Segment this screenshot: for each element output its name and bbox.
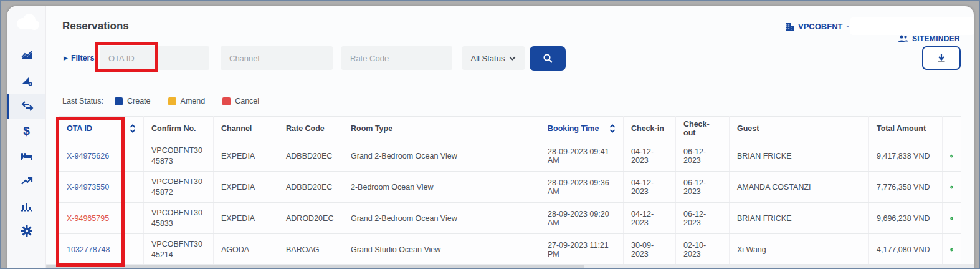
legend-amend-label: Amend	[181, 97, 206, 105]
col-header-booking-time[interactable]: Booking Time	[540, 117, 624, 140]
legend-label: Last Status:	[62, 97, 103, 105]
download-button[interactable]	[922, 46, 961, 70]
col-header-channel[interactable]: Channel	[214, 117, 278, 140]
rate-code-cell: ADROD20EC	[278, 203, 343, 234]
bed-icon	[21, 151, 33, 161]
check-circle-icon	[950, 181, 953, 193]
sidebar-item-settings[interactable]	[7, 218, 45, 243]
cloud-logo	[12, 10, 41, 32]
booking-time-cell: 28-09-2023 09:20 AM	[540, 203, 624, 234]
legend-item-cancel: Cancel	[222, 97, 259, 105]
flag-chart-icon	[21, 76, 33, 87]
cancel-color-swatch	[222, 97, 231, 105]
ota-id-link[interactable]: 1032778748	[67, 245, 110, 254]
sort-icon	[609, 124, 616, 133]
channel-cell: EXPEDIA	[214, 203, 278, 234]
confirm-no-cell: VPCOBFNT3045833	[144, 203, 214, 234]
sidebar-item-rooms[interactable]	[7, 144, 45, 169]
sidebar: $	[7, 6, 46, 269]
table-row: X-94975626 VPCOBFNT3045873 EXPEDIA ADBBD…	[59, 140, 961, 172]
scrollbar-thumb[interactable]	[46, 265, 584, 268]
confirm-no-cell: VPCOBFNT3045873	[144, 140, 214, 172]
col-header-ota-id[interactable]: OTA ID	[59, 117, 144, 140]
col-header-confirm-no[interactable]: Confirm No.	[144, 117, 214, 140]
guest-cell: AMANDA COSTANZI	[730, 172, 869, 203]
sidebar-item-rates[interactable]: $	[7, 119, 45, 144]
channel-input[interactable]	[221, 46, 333, 70]
app-window: $	[0, 0, 980, 269]
check-in-cell: 30-09-2023	[624, 234, 676, 265]
rate-code-input[interactable]	[341, 46, 452, 70]
horizontal-scrollbar[interactable]	[46, 264, 974, 269]
legend-cancel-label: Cancel	[235, 97, 259, 105]
legend-item-create: Create	[115, 97, 151, 105]
total-amount-cell: 9,417,838 VND	[869, 140, 943, 172]
create-color-swatch	[115, 97, 123, 105]
ota-id-link[interactable]: X-94973550	[67, 183, 109, 192]
sidebar-item-reports[interactable]	[7, 193, 45, 218]
check-in-cell: 04-12-2023	[624, 203, 676, 234]
people-icon	[898, 35, 908, 42]
download-icon	[936, 53, 946, 63]
reservations-table: OTA ID Confirm No. Channel Rate Code Roo…	[59, 116, 961, 265]
filters-label: Filters	[71, 54, 95, 62]
col-header-total-amount[interactable]: Total Amount	[869, 117, 943, 140]
confirm-no-cell: VPCOBFNT3045214	[144, 234, 214, 265]
ota-id-link[interactable]: X-94965795	[67, 214, 109, 223]
filters-toggle[interactable]: ▶ Filters	[64, 54, 94, 62]
chevron-down-icon	[509, 56, 516, 61]
gear-icon	[21, 225, 33, 237]
booking-time-cell: 28-09-2023 09:36 AM	[540, 172, 624, 203]
col-header-check-in[interactable]: Check-in	[624, 117, 676, 140]
booking-time-cell: 28-09-2023 09:41 AM	[540, 140, 624, 172]
ota-id-input[interactable]	[100, 46, 209, 70]
legend-create-label: Create	[127, 97, 151, 105]
search-button[interactable]	[530, 46, 566, 71]
rate-code-cell: ADBBD20EC	[278, 172, 343, 203]
check-out-cell: 06-12-2023	[676, 140, 730, 172]
status-dropdown[interactable]: All Status	[462, 46, 525, 70]
ota-id-header-label: OTA ID	[67, 124, 92, 133]
trend-line-icon	[21, 176, 33, 186]
filters-expand-icon: ▶	[64, 55, 68, 61]
property-code: VPCOBFNT	[798, 22, 843, 31]
ota-id-link[interactable]: X-94975626	[67, 152, 109, 160]
search-icon	[543, 53, 553, 64]
sidebar-item-insights[interactable]	[7, 69, 45, 94]
check-out-cell: 06-12-2023	[676, 203, 730, 234]
table-row: X-94965795 VPCOBFNT3045833 EXPEDIA ADROD…	[59, 203, 961, 234]
brand-label: SITEMINDER	[898, 34, 960, 43]
building-icon	[785, 22, 794, 31]
dollar-icon: $	[23, 124, 30, 138]
col-header-guest[interactable]: Guest	[730, 117, 869, 140]
brand-name: SITEMINDER	[912, 34, 960, 43]
amend-color-swatch	[168, 97, 176, 105]
page-title: Reservations	[62, 20, 129, 32]
col-header-status	[943, 117, 961, 140]
sidebar-item-dashboard[interactable]	[7, 44, 45, 69]
property-separator: -	[847, 22, 849, 31]
legend-item-amend: Amend	[168, 97, 206, 105]
col-header-room-type[interactable]: Room Type	[343, 117, 540, 140]
check-circle-icon	[950, 150, 953, 162]
sidebar-item-reservations[interactable]	[7, 94, 45, 119]
room-type-cell: Grand 2-Bedroom Ocean View	[343, 140, 540, 172]
rate-code-cell: ADBBD20EC	[278, 140, 343, 172]
check-out-cell: 06-12-2023	[676, 172, 730, 203]
col-header-rate-code[interactable]: Rate Code	[278, 117, 343, 140]
redacted-property-name	[850, 17, 974, 35]
room-type-cell: 2-Bedroom Ocean View	[343, 172, 540, 203]
booking-time-cell: 27-09-2023 11:21 PM	[540, 234, 624, 265]
status-legend: Last Status: Create Amend Cancel	[62, 97, 270, 105]
area-chart-icon	[21, 51, 33, 62]
check-circle-icon	[950, 212, 953, 225]
col-header-check-out[interactable]: Check-out	[676, 117, 730, 140]
guest-cell: Xi Wang	[730, 234, 869, 265]
property-label: VPCOBFNT -	[785, 22, 849, 31]
guest-cell: BRIAN FRICKE	[730, 140, 869, 172]
channel-cell: AGODA	[214, 234, 278, 265]
app-card: $	[7, 6, 974, 269]
sidebar-item-trends[interactable]	[7, 169, 45, 193]
room-type-cell: Grand 2-Bedroom Ocean View	[343, 203, 540, 234]
sidebar-nav: $	[7, 44, 45, 243]
